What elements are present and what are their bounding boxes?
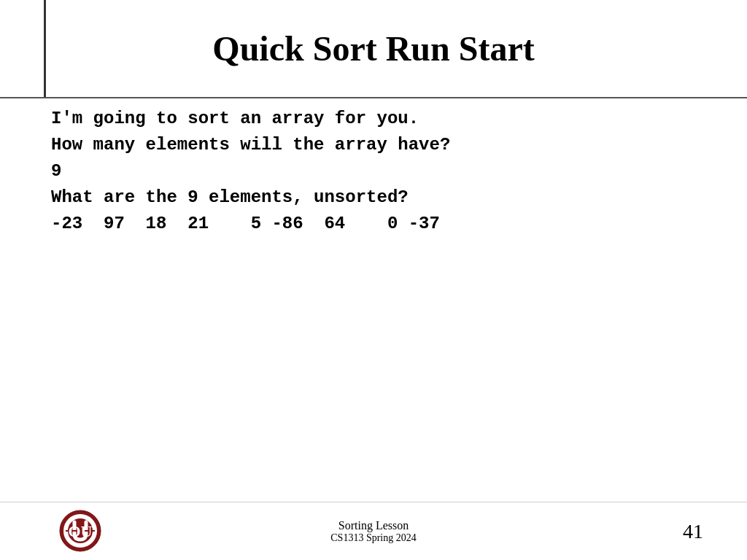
code-block: I'm going to sort an array for you. How … [51, 106, 718, 237]
slide: Quick Sort Run Start I'm going to sort a… [0, 0, 747, 560]
page-number: 41 [683, 520, 703, 543]
ou-logo: OU [58, 509, 102, 553]
content-line4: What are the 9 elements, unsorted? [51, 184, 718, 211]
ou-logo-svg: OU [58, 509, 102, 553]
content-line2: How many elements will the array have? [51, 132, 718, 158]
lesson-title: Sorting Lesson [330, 519, 416, 532]
content-line3: 9 [51, 158, 718, 184]
header: Quick Sort Run Start [0, 0, 747, 98]
content-line1: I'm going to sort an array for you. [51, 106, 718, 132]
main-content: I'm going to sort an array for you. How … [51, 106, 718, 237]
footer-center: Sorting Lesson CS1313 Spring 2024 [330, 519, 416, 544]
slide-title: Quick Sort Run Start [212, 28, 534, 69]
footer: OU Sorting Lesson CS1313 Spring 2024 41 [0, 502, 747, 560]
course-info: CS1313 Spring 2024 [330, 532, 416, 544]
svg-text:OU: OU [69, 522, 93, 540]
content-line5: -23 97 18 21 5 -86 64 0 -37 [51, 211, 718, 237]
